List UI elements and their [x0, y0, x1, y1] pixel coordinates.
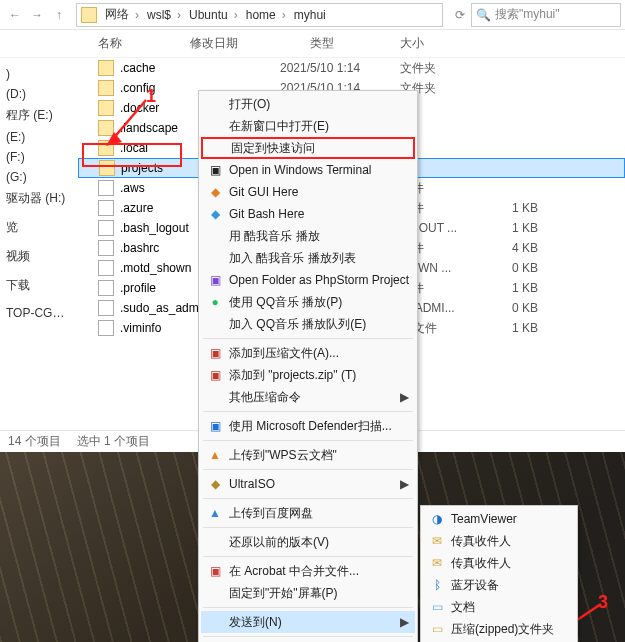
up-button[interactable]: ↑ — [48, 4, 70, 26]
menu-item-label: 传真收件人 — [451, 555, 511, 572]
tree-item[interactable]: 览 — [4, 216, 74, 239]
menu-item-label: 传真收件人 — [451, 533, 511, 550]
menu-item[interactable]: ●使用 QQ音乐 播放(P) — [201, 291, 415, 313]
menu-item[interactable]: 在新窗口中打开(E) — [201, 115, 415, 137]
menu-item-icon: ▭ — [429, 621, 445, 637]
file-name: .cache — [120, 61, 280, 75]
tree-item[interactable]: TOP-CGBTNE — [4, 303, 74, 323]
search-input[interactable]: 🔍 搜索"myhui" — [471, 3, 621, 27]
menu-item-icon: ▣ — [207, 272, 223, 288]
col-date[interactable]: 修改日期 — [190, 35, 310, 52]
file-size: 1 KB — [488, 221, 538, 235]
status-count: 14 个项目 — [8, 433, 61, 450]
menu-separator — [203, 527, 413, 528]
menu-item[interactable]: 加入 QQ音乐 播放队列(E) — [201, 313, 415, 335]
file-size: 0 KB — [488, 301, 538, 315]
tree-item[interactable]: 视频 — [4, 245, 74, 268]
menu-separator — [203, 556, 413, 557]
breadcrumb[interactable]: 网络 wsl$ Ubuntu home myhui — [76, 3, 443, 27]
submenu-arrow-icon: ▶ — [400, 390, 409, 404]
menu-item[interactable]: ▭压缩(zipped)文件夹 — [423, 618, 575, 640]
menu-item-label: 蓝牙设备 — [451, 577, 499, 594]
menu-item[interactable]: 加入 酷我音乐 播放列表 — [201, 247, 415, 269]
menu-item[interactable]: 还原以前的版本(V) — [201, 531, 415, 553]
menu-item-icon: ▣ — [207, 418, 223, 434]
menu-item-icon: ✉ — [429, 533, 445, 549]
file-date: 2021/5/10 1:14 — [280, 61, 400, 75]
menu-item-icon — [207, 389, 223, 405]
menu-item-label: 固定到"开始"屏幕(P) — [229, 585, 338, 602]
folder-icon — [98, 120, 114, 136]
file-type: 文件夹 — [400, 60, 488, 77]
menu-separator — [203, 607, 413, 608]
menu-item[interactable]: ▣Open in Windows Terminal — [201, 159, 415, 181]
col-size[interactable]: 大小 — [400, 35, 625, 52]
menu-item[interactable]: ◑TeamViewer — [423, 508, 575, 530]
context-menu-main[interactable]: 打开(O)在新窗口中打开(E)固定到快速访问▣Open in Windows T… — [198, 90, 418, 642]
menu-item-label: 还原以前的版本(V) — [229, 534, 329, 551]
folder-icon — [98, 140, 114, 156]
menu-item[interactable]: ▲上传到"WPS云文档" — [201, 444, 415, 466]
menu-item-label: 添加到 "projects.zip" (T) — [229, 367, 356, 384]
menu-item[interactable]: ◆Git GUI Here — [201, 181, 415, 203]
menu-item[interactable]: 固定到"开始"屏幕(P) — [201, 582, 415, 604]
tree-item[interactable]: (E:) — [4, 127, 74, 147]
menu-item[interactable]: 用 酷我音乐 播放 — [201, 225, 415, 247]
folder-icon — [81, 7, 97, 23]
address-toolbar: ← → ↑ 网络 wsl$ Ubuntu home myhui ⟳ 🔍 搜索"m… — [0, 0, 625, 30]
menu-item-icon: ◆ — [207, 476, 223, 492]
crumb[interactable]: home — [242, 8, 290, 22]
menu-item-label: 发送到(N) — [229, 614, 282, 631]
menu-item-icon: ▣ — [207, 563, 223, 579]
refresh-button[interactable]: ⟳ — [449, 4, 471, 26]
menu-item[interactable]: 发送到(N)▶ — [201, 611, 415, 633]
nav-tree[interactable]: )(D:)程序 (E:)(E:)(F:)(G:)驱动器 (H:)览视频下载TOP… — [0, 58, 78, 444]
menu-item[interactable]: ▣添加到 "projects.zip" (T) — [201, 364, 415, 386]
crumb[interactable]: Ubuntu — [185, 8, 242, 22]
back-button[interactable]: ← — [4, 4, 26, 26]
file-icon — [98, 220, 114, 236]
folder-icon — [99, 160, 115, 176]
menu-item[interactable]: 固定到快速访问 — [201, 137, 415, 159]
tree-item[interactable]: (D:) — [4, 84, 74, 104]
menu-item[interactable]: ᛒ蓝牙设备 — [423, 574, 575, 596]
crumb[interactable]: wsl$ — [143, 8, 185, 22]
menu-item-icon: ᛒ — [429, 577, 445, 593]
menu-item[interactable]: ▭文档 — [423, 596, 575, 618]
menu-item[interactable]: ✉传真收件人 — [423, 552, 575, 574]
menu-item-label: 添加到压缩文件(A)... — [229, 345, 339, 362]
tree-item[interactable]: 驱动器 (H:) — [4, 187, 74, 210]
col-type[interactable]: 类型 — [310, 35, 400, 52]
tree-item[interactable]: 下载 — [4, 274, 74, 297]
crumb[interactable]: myhui — [290, 8, 336, 22]
submenu-arrow-icon: ▶ — [400, 615, 409, 629]
tree-item[interactable]: (G:) — [4, 167, 74, 187]
file-size: 4 KB — [488, 241, 538, 255]
menu-item-label: UltraISO — [229, 477, 275, 491]
forward-button[interactable]: → — [26, 4, 48, 26]
file-row[interactable]: .cache2021/5/10 1:14文件夹 — [78, 58, 625, 78]
col-name[interactable]: 名称 — [0, 35, 190, 52]
context-menu-sendto[interactable]: ◑TeamViewer✉传真收件人✉传真收件人ᛒ蓝牙设备▭文档▭压缩(zippe… — [420, 505, 578, 642]
menu-item[interactable]: ▲上传到百度网盘 — [201, 502, 415, 524]
menu-item[interactable]: ✉传真收件人 — [423, 530, 575, 552]
menu-item[interactable]: ◆Git Bash Here — [201, 203, 415, 225]
menu-item[interactable]: 其他压缩命令▶ — [201, 386, 415, 408]
menu-item[interactable]: ▣在 Acrobat 中合并文件... — [201, 560, 415, 582]
menu-item[interactable]: ▣添加到压缩文件(A)... — [201, 342, 415, 364]
tree-item[interactable]: 程序 (E:) — [4, 104, 74, 127]
menu-item-label: TeamViewer — [451, 512, 517, 526]
menu-item[interactable]: ◆UltraISO▶ — [201, 473, 415, 495]
menu-item[interactable]: ▣使用 Microsoft Defender扫描... — [201, 415, 415, 437]
menu-item-icon: ● — [207, 294, 223, 310]
tree-item[interactable]: ) — [4, 64, 74, 84]
status-selected: 选中 1 个项目 — [77, 433, 150, 450]
menu-item[interactable]: ▣Open Folder as PhpStorm Project — [201, 269, 415, 291]
file-icon — [98, 240, 114, 256]
tree-item[interactable]: (F:) — [4, 147, 74, 167]
menu-item-icon — [207, 585, 223, 601]
crumb[interactable]: 网络 — [101, 6, 143, 23]
menu-item-icon: ▲ — [207, 447, 223, 463]
menu-item[interactable]: 打开(O) — [201, 93, 415, 115]
submenu-arrow-icon: ▶ — [400, 477, 409, 491]
